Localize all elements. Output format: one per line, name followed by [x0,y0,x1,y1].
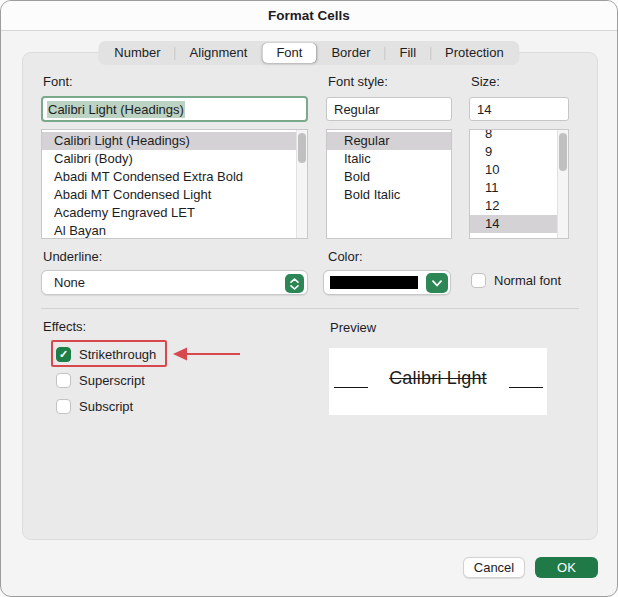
superscript-label: Superscript [79,373,145,388]
font-list-item[interactable]: Abadi MT Condensed Extra Bold [42,168,296,186]
subscript-checkbox[interactable] [56,399,71,414]
font-style-list: Regular Italic Bold Bold Italic [326,129,452,239]
tab-bar: Number Alignment Font Border Fill Protec… [98,41,519,65]
tab-border[interactable]: Border [317,43,384,63]
font-style-input[interactable] [326,97,452,121]
tab-protection[interactable]: Protection [431,43,518,63]
color-chevron-down-icon [426,273,448,293]
superscript-checkbox[interactable] [56,373,71,388]
title-bar: Format Cells [1,1,617,31]
cancel-button[interactable]: Cancel [463,557,525,578]
font-list-scrollbar[interactable] [296,130,307,238]
font-list-item[interactable]: Academy Engraved LET [42,204,296,222]
content-panel [22,52,598,540]
section-divider [41,308,579,309]
strikethrough-label: Strikethrough [79,347,156,362]
effects-label: Effects: [43,319,86,335]
normal-font-checkbox[interactable] [471,273,486,288]
format-cells-dialog: Format Cells Number Alignment Font Borde… [0,0,618,597]
font-name-selected-text: Calibri Light (Headings) [47,101,185,118]
font-style-item[interactable]: Bold Italic [327,186,451,204]
font-style-item[interactable]: Regular [327,132,451,150]
font-list-item[interactable]: Abadi MT Condensed Light [42,186,296,204]
size-list-item[interactable]: 12 [470,197,557,215]
font-list-item[interactable]: Calibri Light (Headings) [42,132,296,150]
color-swatch [330,276,418,289]
normal-font-label: Normal font [494,273,561,288]
color-label: Color: [328,249,363,265]
font-list: Calibri Light (Headings) Calibri (Body) … [41,129,308,239]
cancel-button-label: Cancel [474,560,514,575]
font-list-scroll-thumb[interactable] [298,133,306,163]
dialog-title: Format Cells [268,8,350,23]
underline-stepper-icon [285,274,304,293]
size-list-item[interactable]: 11 [470,179,557,197]
strikethrough-checkbox-checked-icon[interactable] [56,347,71,362]
size-list-item[interactable]: 9 [470,143,557,161]
superscript-checkbox-row[interactable]: Superscript [56,372,145,389]
size-list-item[interactable]: 8 [470,129,557,143]
font-name-input[interactable]: Calibri Light (Headings) [41,96,308,122]
color-dropdown[interactable] [323,270,451,295]
tab-font[interactable]: Font [262,43,316,63]
preview-box: Calibri Light [329,348,547,415]
preview-sample-text: Calibri Light [329,368,547,389]
font-list-item[interactable]: Calibri (Body) [42,150,296,168]
subscript-checkbox-row[interactable]: Subscript [56,398,133,415]
preview-label: Preview [330,320,376,336]
subscript-label: Subscript [79,399,133,414]
tab-fill[interactable]: Fill [385,43,430,63]
underline-dropdown[interactable]: None [41,270,308,295]
ok-button[interactable]: OK [535,557,598,578]
size-list-item[interactable]: 14 [470,215,557,233]
normal-font-checkbox-row[interactable]: Normal font [471,272,561,289]
size-list-scroll-thumb[interactable] [559,133,567,171]
size-list-item[interactable]: 10 [470,161,557,179]
font-list-item[interactable]: Al Bayan [42,222,296,239]
size-input[interactable] [469,97,569,121]
ok-button-label: OK [557,560,576,575]
underline-label: Underline: [43,249,102,265]
font-label: Font: [43,74,73,90]
font-style-label: Font style: [328,74,388,90]
tab-alignment[interactable]: Alignment [176,43,262,63]
strikethrough-checkbox-row[interactable]: Strikethrough [56,346,156,363]
font-style-item[interactable]: Bold [327,168,451,186]
font-style-item[interactable]: Italic [327,150,451,168]
size-list: 8 9 10 11 12 14 [469,129,569,239]
underline-value: None [42,275,85,290]
size-label: Size: [471,74,500,90]
annotation-arrow-icon [172,346,242,365]
tab-number[interactable]: Number [100,43,174,63]
size-list-scrollbar[interactable] [557,130,568,238]
